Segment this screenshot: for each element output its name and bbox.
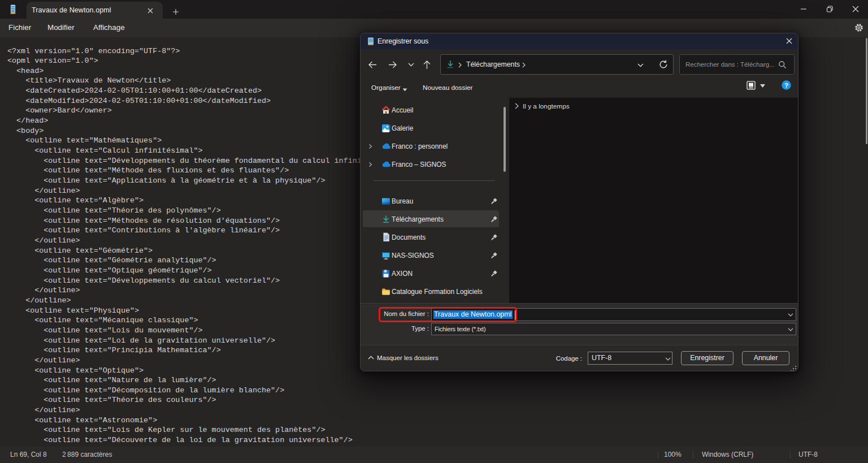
svg-text:?: ?: [784, 82, 788, 89]
